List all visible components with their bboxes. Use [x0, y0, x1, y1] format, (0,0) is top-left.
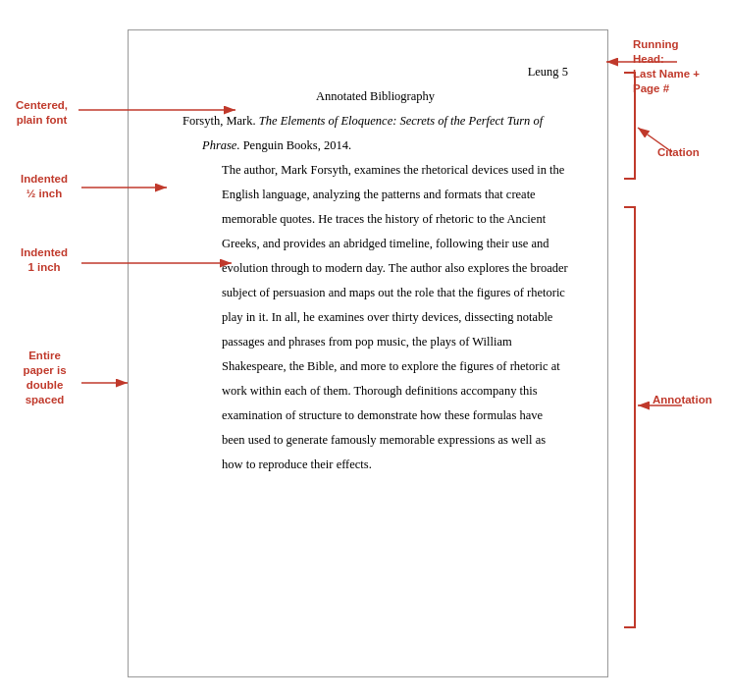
label-annotation: Annotation: [653, 393, 721, 407]
label-one-inch: Indented1 inch: [10, 245, 78, 275]
citation-author: Forsyth, Mark.: [183, 114, 259, 128]
annotation-text: The author, Mark Forsyth, examines the r…: [222, 163, 568, 471]
label-double-spaced: Entirepaper isdoublespaced: [8, 349, 81, 407]
page-header: Leung 5: [528, 60, 568, 84]
citation-block: Forsyth, Mark. The Elements of Eloquence…: [202, 109, 568, 158]
annotation-bracket: [624, 206, 636, 628]
label-running-head: RunningHead:Last Name +Page #: [633, 37, 721, 96]
bibliography-title: Annotated Bibliography: [316, 89, 435, 103]
paper: Leung 5 Annotated Bibliography Forsyth, …: [128, 29, 608, 677]
label-centered: Centered,plain font: [10, 98, 74, 128]
label-citation: Citation: [657, 145, 721, 160]
annotation-block: The author, Mark Forsyth, examines the r…: [222, 158, 568, 477]
citation-publisher: Penguin Books, 2014.: [240, 138, 352, 152]
label-half-inch: Indented½ inch: [10, 172, 78, 201]
running-head-text: RunningHead:Last Name +Page #: [633, 38, 700, 94]
page-container: Leung 5 Annotated Bibliography Forsyth, …: [0, 0, 731, 700]
